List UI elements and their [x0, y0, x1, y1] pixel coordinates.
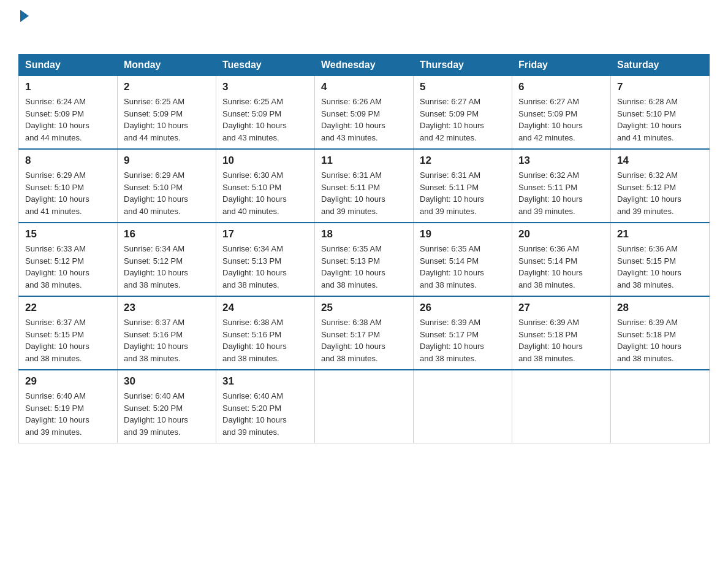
calendar-cell: 14 Sunrise: 6:32 AMSunset: 5:12 PMDaylig… [611, 149, 710, 223]
col-header-wednesday: Wednesday [315, 55, 414, 76]
calendar-cell: 31 Sunrise: 6:40 AMSunset: 5:20 PMDaylig… [216, 370, 315, 443]
calendar-cell: 4 Sunrise: 6:26 AMSunset: 5:09 PMDayligh… [315, 76, 414, 150]
week-row-4: 22 Sunrise: 6:37 AMSunset: 5:15 PMDaylig… [19, 296, 710, 370]
day-number: 23 [124, 302, 210, 314]
day-info: Sunrise: 6:37 AMSunset: 5:15 PMDaylight:… [25, 318, 89, 363]
day-info: Sunrise: 6:34 AMSunset: 5:13 PMDaylight:… [222, 244, 287, 289]
day-number: 16 [124, 228, 210, 240]
day-info: Sunrise: 6:35 AMSunset: 5:13 PMDaylight:… [321, 244, 385, 289]
day-number: 28 [617, 302, 703, 314]
calendar-cell: 12 Sunrise: 6:31 AMSunset: 5:11 PMDaylig… [414, 149, 512, 223]
page-header [18, 12, 710, 42]
col-header-sunday: Sunday [19, 55, 118, 76]
day-info: Sunrise: 6:32 AMSunset: 5:11 PMDaylight:… [518, 170, 583, 216]
calendar-cell: 13 Sunrise: 6:32 AMSunset: 5:11 PMDaylig… [512, 149, 611, 223]
day-number: 31 [222, 375, 308, 388]
day-number: 17 [222, 228, 308, 240]
calendar-cell: 16 Sunrise: 6:34 AMSunset: 5:12 PMDaylig… [118, 223, 216, 296]
calendar-cell: 20 Sunrise: 6:36 AMSunset: 5:14 PMDaylig… [512, 223, 611, 296]
day-number: 30 [124, 375, 210, 388]
week-row-1: 1 Sunrise: 6:24 AMSunset: 5:09 PMDayligh… [19, 76, 710, 150]
calendar-cell: 25 Sunrise: 6:38 AMSunset: 5:17 PMDaylig… [315, 296, 414, 370]
day-number: 8 [25, 155, 111, 167]
day-number: 22 [25, 302, 111, 314]
day-number: 21 [617, 228, 703, 240]
calendar-cell [512, 370, 611, 443]
day-number: 3 [222, 81, 308, 93]
week-row-5: 29 Sunrise: 6:40 AMSunset: 5:19 PMDaylig… [19, 370, 710, 443]
day-number: 29 [25, 375, 111, 388]
day-number: 19 [420, 228, 506, 240]
day-number: 25 [321, 302, 407, 314]
calendar-cell: 9 Sunrise: 6:29 AMSunset: 5:10 PMDayligh… [118, 149, 216, 223]
calendar-cell: 8 Sunrise: 6:29 AMSunset: 5:10 PMDayligh… [19, 149, 118, 223]
calendar-cell: 1 Sunrise: 6:24 AMSunset: 5:09 PMDayligh… [19, 76, 118, 150]
day-number: 27 [518, 302, 604, 314]
day-info: Sunrise: 6:36 AMSunset: 5:15 PMDaylight:… [617, 244, 681, 289]
col-header-friday: Friday [512, 55, 611, 76]
calendar-cell [315, 370, 414, 443]
calendar-cell: 6 Sunrise: 6:27 AMSunset: 5:09 PMDayligh… [512, 76, 611, 150]
day-info: Sunrise: 6:40 AMSunset: 5:19 PMDaylight:… [25, 391, 89, 437]
day-info: Sunrise: 6:38 AMSunset: 5:17 PMDaylight:… [321, 318, 385, 363]
week-row-3: 15 Sunrise: 6:33 AMSunset: 5:12 PMDaylig… [19, 223, 710, 296]
day-info: Sunrise: 6:32 AMSunset: 5:12 PMDaylight:… [617, 170, 681, 216]
calendar-cell: 30 Sunrise: 6:40 AMSunset: 5:20 PMDaylig… [118, 370, 216, 443]
logo-arrow-icon [20, 10, 29, 22]
day-info: Sunrise: 6:30 AMSunset: 5:10 PMDaylight:… [222, 170, 287, 216]
header-row: SundayMondayTuesdayWednesdayThursdayFrid… [19, 55, 710, 76]
day-number: 26 [420, 302, 506, 314]
calendar-cell: 22 Sunrise: 6:37 AMSunset: 5:15 PMDaylig… [19, 296, 118, 370]
calendar-cell: 11 Sunrise: 6:31 AMSunset: 5:11 PMDaylig… [315, 149, 414, 223]
day-info: Sunrise: 6:31 AMSunset: 5:11 PMDaylight:… [420, 170, 484, 216]
col-header-saturday: Saturday [611, 55, 710, 76]
week-row-2: 8 Sunrise: 6:29 AMSunset: 5:10 PMDayligh… [19, 149, 710, 223]
day-number: 20 [518, 228, 604, 240]
calendar-cell: 17 Sunrise: 6:34 AMSunset: 5:13 PMDaylig… [216, 223, 315, 296]
day-number: 7 [617, 81, 703, 93]
day-info: Sunrise: 6:37 AMSunset: 5:16 PMDaylight:… [124, 318, 188, 363]
day-info: Sunrise: 6:24 AMSunset: 5:09 PMDaylight:… [25, 97, 89, 142]
day-number: 11 [321, 155, 407, 167]
day-info: Sunrise: 6:36 AMSunset: 5:14 PMDaylight:… [518, 244, 583, 289]
day-info: Sunrise: 6:31 AMSunset: 5:11 PMDaylight:… [321, 170, 385, 216]
day-info: Sunrise: 6:27 AMSunset: 5:09 PMDaylight:… [518, 97, 583, 142]
day-number: 9 [124, 155, 210, 167]
day-info: Sunrise: 6:33 AMSunset: 5:12 PMDaylight:… [25, 244, 89, 289]
col-header-thursday: Thursday [414, 55, 512, 76]
day-number: 4 [321, 81, 407, 93]
day-info: Sunrise: 6:28 AMSunset: 5:10 PMDaylight:… [617, 97, 681, 142]
calendar-cell: 29 Sunrise: 6:40 AMSunset: 5:19 PMDaylig… [19, 370, 118, 443]
day-info: Sunrise: 6:29 AMSunset: 5:10 PMDaylight:… [25, 170, 89, 216]
day-number: 2 [124, 81, 210, 93]
calendar-cell: 10 Sunrise: 6:30 AMSunset: 5:10 PMDaylig… [216, 149, 315, 223]
calendar-cell: 5 Sunrise: 6:27 AMSunset: 5:09 PMDayligh… [414, 76, 512, 150]
day-number: 1 [25, 81, 111, 93]
calendar-cell: 21 Sunrise: 6:36 AMSunset: 5:15 PMDaylig… [611, 223, 710, 296]
calendar-cell: 24 Sunrise: 6:38 AMSunset: 5:16 PMDaylig… [216, 296, 315, 370]
day-info: Sunrise: 6:38 AMSunset: 5:16 PMDaylight:… [222, 318, 287, 363]
calendar-cell: 19 Sunrise: 6:35 AMSunset: 5:14 PMDaylig… [414, 223, 512, 296]
calendar-cell: 18 Sunrise: 6:35 AMSunset: 5:13 PMDaylig… [315, 223, 414, 296]
calendar-cell: 23 Sunrise: 6:37 AMSunset: 5:16 PMDaylig… [118, 296, 216, 370]
day-info: Sunrise: 6:25 AMSunset: 5:09 PMDaylight:… [124, 97, 188, 142]
calendar-cell: 26 Sunrise: 6:39 AMSunset: 5:17 PMDaylig… [414, 296, 512, 370]
day-info: Sunrise: 6:39 AMSunset: 5:18 PMDaylight:… [617, 318, 681, 363]
day-info: Sunrise: 6:39 AMSunset: 5:18 PMDaylight:… [518, 318, 583, 363]
day-info: Sunrise: 6:29 AMSunset: 5:10 PMDaylight:… [124, 170, 188, 216]
calendar-cell [611, 370, 710, 443]
calendar-table: SundayMondayTuesdayWednesdayThursdayFrid… [18, 54, 710, 443]
day-number: 5 [420, 81, 506, 93]
day-number: 12 [420, 155, 506, 167]
day-number: 13 [518, 155, 604, 167]
calendar-cell: 28 Sunrise: 6:39 AMSunset: 5:18 PMDaylig… [611, 296, 710, 370]
day-number: 18 [321, 228, 407, 240]
day-number: 10 [222, 155, 308, 167]
day-info: Sunrise: 6:35 AMSunset: 5:14 PMDaylight:… [420, 244, 484, 289]
day-info: Sunrise: 6:34 AMSunset: 5:12 PMDaylight:… [124, 244, 188, 289]
day-info: Sunrise: 6:40 AMSunset: 5:20 PMDaylight:… [124, 391, 188, 437]
day-info: Sunrise: 6:26 AMSunset: 5:09 PMDaylight:… [321, 97, 385, 142]
day-info: Sunrise: 6:40 AMSunset: 5:20 PMDaylight:… [222, 391, 287, 437]
calendar-cell: 7 Sunrise: 6:28 AMSunset: 5:10 PMDayligh… [611, 76, 710, 150]
day-number: 24 [222, 302, 308, 314]
